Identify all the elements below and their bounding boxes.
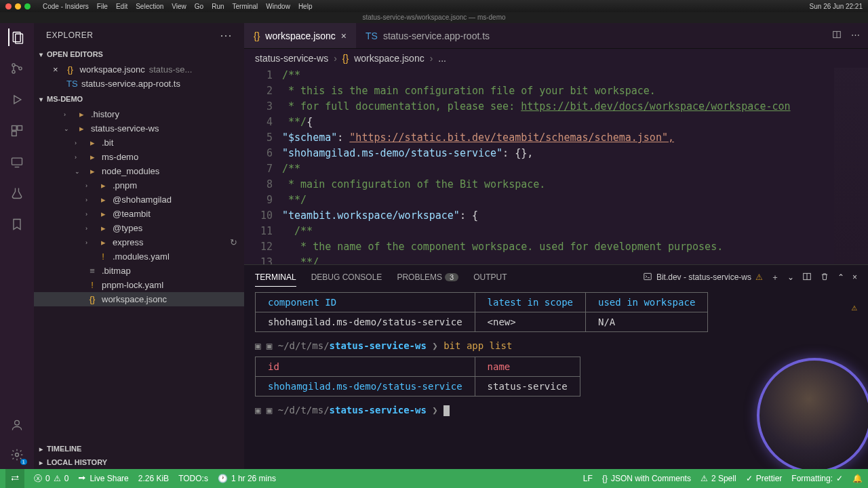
status-filesize[interactable]: 2.26 KiB [138,473,169,485]
tree-item[interactable]: ⌄▸node_modules [34,164,244,178]
tree-item[interactable]: ›▸@types [34,221,244,235]
explorer-icon[interactable] [8,28,26,46]
tree-label: workspace.jsonc [102,294,167,304]
tab-output[interactable]: OUTPUT [473,268,507,286]
tab-label: workspace.jsonc [265,30,336,41]
td-value: N/A [586,312,708,332]
status-wakatime[interactable]: 🕐1 hr 26 mins [218,473,276,485]
json-file-icon: {} [254,30,260,41]
status-notifications-icon[interactable]: 🔔 [852,474,863,483]
menu-app[interactable]: Code - Insiders [43,3,89,10]
open-editors-label: OPEN EDITORS [47,50,103,58]
workspace-section[interactable]: ▾ MS-DEMO [34,92,244,106]
td-value: shohamgilad.ms-demo/status-service [256,377,475,396]
tree-item[interactable]: ›▸.history [34,107,244,121]
tree-item[interactable]: ›▸ms-demo [34,150,244,164]
terminal-dropdown-icon[interactable]: ⌄ [787,272,794,282]
tree-item[interactable]: {}workspace.jsonc [34,292,244,306]
status-errors[interactable]: ⓧ0⚠0 [34,473,68,485]
explorer-more-icon[interactable]: ⋯ [220,28,233,43]
tree-item[interactable]: ›▸.bit [34,136,244,150]
status-eol[interactable]: LF [583,474,593,483]
tree-item[interactable]: ›▸@shohamgilad [34,192,244,207]
extensions-icon[interactable] [8,122,26,140]
terminal-cursor [443,405,450,416]
folder-icon: ▸ [98,180,108,190]
terminal-body[interactable]: component IDlatest in scopeused in works… [244,289,868,469]
tab-debug-console[interactable]: DEBUG CONSOLE [311,268,382,286]
menu-terminal[interactable]: Terminal [233,3,258,10]
chevron-right-icon: › [334,53,337,64]
window-title: status-service-ws/workspace.jsonc — ms-d… [0,12,868,23]
menu-run[interactable]: Run [212,3,224,10]
menu-go[interactable]: Go [195,3,203,10]
status-formatting[interactable]: Formatting:✓ [791,474,843,483]
close-panel-icon[interactable]: × [852,272,857,282]
settings-gear-icon[interactable] [8,446,26,464]
chevron-down-icon: ▾ [39,96,43,103]
kill-terminal-icon[interactable] [820,272,829,283]
tab-terminal[interactable]: TERMINAL [255,268,296,287]
remote-icon[interactable] [8,153,26,171]
yaml-icon: ! [87,280,98,290]
bookmark-icon[interactable] [8,216,26,233]
tree-item[interactable]: ⌄▸status-service-ws [34,121,244,136]
tab-status-service-app-root[interactable]: TS status-service.app-root.ts [356,23,499,48]
split-terminal-icon[interactable] [802,272,812,283]
local-history-section[interactable]: ▸ LOCAL HISTORY [34,455,244,469]
breadcrumb-segment[interactable]: workspace.jsonc [354,53,425,64]
open-editor-item[interactable]: TS status-service.app-root.ts [34,77,244,91]
tab-workspace-jsonc[interactable]: {} workspace.jsonc × [244,23,356,48]
menu-help[interactable]: Help [298,3,313,10]
status-todos[interactable]: TODO:s [178,473,208,485]
minimap[interactable] [834,68,868,264]
breadcrumb-segment[interactable]: status-service-ws [255,53,328,64]
breadcrumb-segment[interactable]: ... [438,53,446,64]
remote-indicator[interactable]: ⮂ [5,469,24,488]
open-editor-item[interactable]: × {} workspace.jsonc status-se... [34,62,244,77]
test-icon[interactable] [8,184,26,202]
menu-window[interactable]: Window [266,3,290,10]
tree-item[interactable]: ›▸.pnpm [34,178,244,192]
status-liveshare[interactable]: ⮕Live Share [78,473,128,485]
editor-tabs: {} workspace.jsonc × TS status-service.a… [244,23,868,49]
new-terminal-icon[interactable]: ＋ [771,272,779,283]
split-editor-icon[interactable] [832,30,842,41]
editor-file-name: status-service.app-root.ts [81,79,180,89]
explorer-sidebar: EXPLORER ⋯ ▾ OPEN EDITORS × {} workspace… [34,23,244,469]
tree-label: pnpm-lock.yaml [102,280,163,290]
tree-label: express [113,237,144,247]
close-icon[interactable]: × [341,30,347,41]
editor-more-icon[interactable]: ⋯ [851,30,860,41]
folder-icon: ▸ [98,209,108,219]
timeline-section[interactable]: ▸ TIMELINE [34,442,244,455]
folder-icon: ▸ [98,223,108,233]
source-control-icon[interactable] [8,60,26,77]
account-icon[interactable] [8,416,26,434]
breadcrumb[interactable]: status-service-ws › {} workspace.jsonc ›… [244,49,868,68]
run-debug-icon[interactable] [8,91,26,108]
json-icon: {} [87,294,98,304]
tree-item[interactable]: ≡.bitmap [34,264,244,278]
terminal-name[interactable]: Bit.dev - status-service-ws ⚠ [643,272,763,283]
tab-problems[interactable]: PROBLEMS [397,268,442,286]
menu-selection[interactable]: Selection [136,3,163,10]
window-controls[interactable] [5,3,31,9]
menu-edit[interactable]: Edit [116,3,127,10]
status-language[interactable]: {}JSON with Comments [602,474,691,483]
folder-icon: ▸ [87,152,98,162]
status-spell[interactable]: ⚠2 Spell [701,474,736,483]
workspace-label: MS-DEMO [47,95,83,103]
maximize-panel-icon[interactable]: ⌃ [837,272,844,282]
tree-item[interactable]: ›▸express ↻ [34,235,244,249]
tree-item[interactable]: ›▸@teambit [34,207,244,221]
status-prettier[interactable]: ✓Prettier [746,474,783,483]
close-icon[interactable]: × [53,64,61,75]
tree-item[interactable]: !.modules.yaml [34,249,244,264]
open-editors-section[interactable]: ▾ OPEN EDITORS [34,47,244,61]
menu-file[interactable]: File [97,3,108,10]
json-file-icon: {} [342,53,349,64]
tree-item[interactable]: !pnpm-lock.yaml [34,278,244,292]
code-editor[interactable]: 12345678910111213 /** * this is the main… [244,68,868,264]
menu-view[interactable]: View [172,3,186,10]
